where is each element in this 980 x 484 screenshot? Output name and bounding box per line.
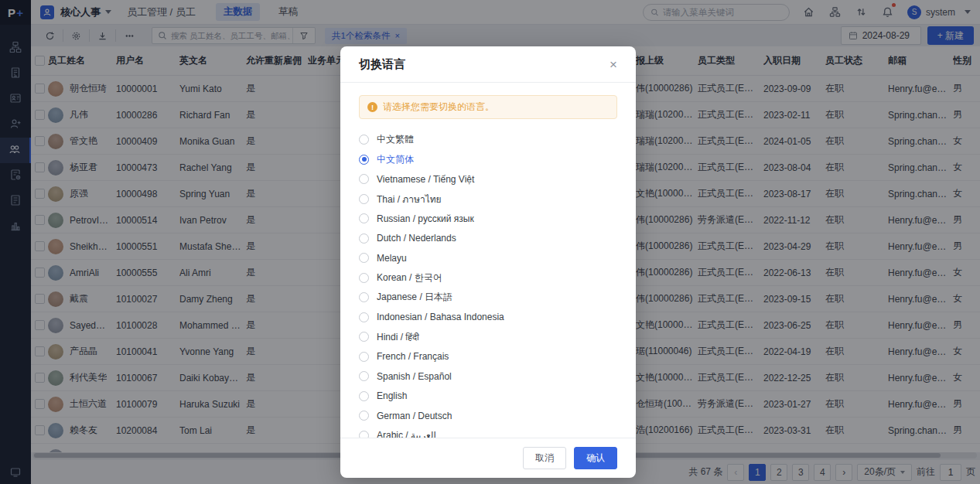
language-option[interactable]: Vietnamese / Tiếng Việt bbox=[359, 169, 617, 189]
language-label: 中文繁體 bbox=[377, 133, 414, 146]
warning-alert: ! 请选择您需要切换的语言。 bbox=[359, 95, 617, 119]
close-icon[interactable]: × bbox=[610, 58, 617, 71]
language-label: Vietnamese / Tiếng Việt bbox=[377, 174, 474, 185]
language-list: 中文繁體中文简体Vietnamese / Tiếng ViệtThai / ภา… bbox=[340, 124, 636, 438]
radio-icon bbox=[359, 155, 369, 165]
radio-icon bbox=[359, 135, 369, 145]
language-option[interactable]: French / Français bbox=[359, 347, 617, 367]
radio-icon bbox=[359, 213, 369, 223]
language-label: Melayu bbox=[377, 253, 407, 264]
language-label: Korean / 한국어 bbox=[377, 271, 442, 285]
language-label: German / Deutsch bbox=[377, 411, 452, 421]
dialog-title: 切换语言 bbox=[359, 57, 405, 72]
language-label: Indonesian / Bahasa Indonesia bbox=[377, 312, 504, 322]
radio-icon bbox=[359, 391, 369, 401]
confirm-button[interactable]: 确认 bbox=[574, 447, 617, 469]
language-label: Russian / русский язык bbox=[377, 213, 474, 224]
language-option[interactable]: 中文繁體 bbox=[359, 130, 617, 150]
language-option[interactable]: Melayu bbox=[359, 248, 617, 268]
alert-text: 请选择您需要切换的语言。 bbox=[383, 101, 494, 114]
language-option[interactable]: Japanese / 日本語 bbox=[359, 288, 617, 308]
language-label: English bbox=[377, 390, 407, 401]
language-label: Arabic / العربية bbox=[377, 430, 436, 438]
language-label: Dutch / Nederlands bbox=[377, 233, 456, 244]
language-option[interactable]: German / Deutsch bbox=[359, 406, 617, 426]
switch-language-dialog: 切换语言 × ! 请选择您需要切换的语言。 中文繁體中文简体Vietnamese… bbox=[340, 46, 636, 478]
radio-icon bbox=[359, 352, 369, 362]
radio-icon bbox=[359, 312, 369, 322]
language-option[interactable]: 中文简体 bbox=[359, 150, 617, 170]
language-label: Spanish / Español bbox=[377, 371, 452, 382]
language-label: French / Français bbox=[377, 351, 449, 362]
radio-icon bbox=[359, 273, 369, 283]
language-label: Japanese / 日本語 bbox=[377, 291, 452, 304]
language-option[interactable]: Arabic / العربية bbox=[359, 426, 617, 438]
radio-icon bbox=[359, 253, 369, 263]
cancel-button[interactable]: 取消 bbox=[523, 447, 566, 469]
language-option[interactable]: Korean / 한국어 bbox=[359, 268, 617, 288]
language-label: Thai / ภาษาไทย bbox=[377, 192, 442, 206]
language-label: Hindi / हिंदी bbox=[377, 332, 419, 343]
language-label: 中文简体 bbox=[377, 153, 414, 166]
language-option[interactable]: English bbox=[359, 387, 617, 407]
language-option[interactable]: Hindi / हिंदी bbox=[359, 327, 617, 347]
language-option[interactable]: Russian / русский язык bbox=[359, 209, 617, 229]
radio-icon bbox=[359, 233, 369, 244]
radio-icon bbox=[359, 194, 369, 204]
radio-icon bbox=[359, 174, 369, 184]
language-option[interactable]: Indonesian / Bahasa Indonesia bbox=[359, 308, 617, 328]
radio-icon bbox=[359, 292, 369, 302]
radio-icon bbox=[359, 371, 369, 381]
warning-icon: ! bbox=[367, 102, 377, 112]
language-option[interactable]: Spanish / Español bbox=[359, 366, 617, 387]
radio-icon bbox=[359, 431, 369, 438]
radio-icon bbox=[359, 411, 369, 421]
language-option[interactable]: Thai / ภาษาไทย bbox=[359, 189, 617, 210]
radio-icon bbox=[359, 332, 369, 342]
language-option[interactable]: Dutch / Nederlands bbox=[359, 229, 617, 249]
